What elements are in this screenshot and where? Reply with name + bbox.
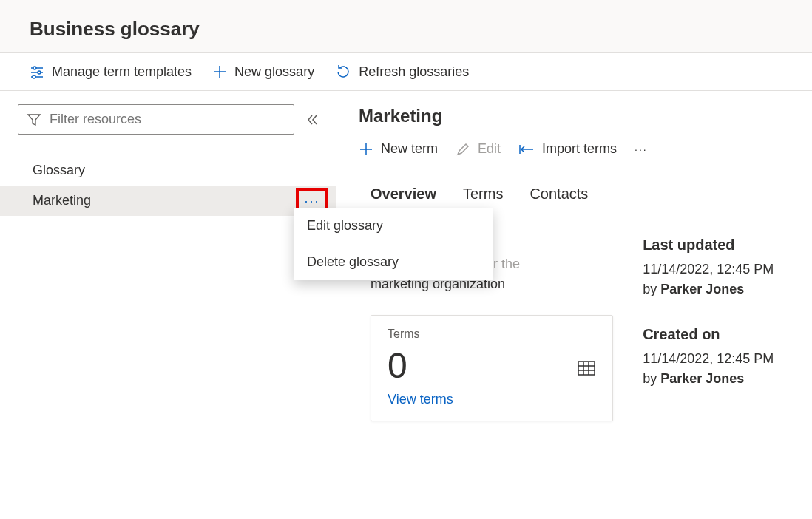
new-glossary-label: New glossary bbox=[234, 64, 314, 80]
pencil-icon bbox=[456, 142, 470, 157]
import-icon bbox=[518, 143, 535, 155]
filter-input-wrapper[interactable] bbox=[18, 104, 294, 135]
sidebar-top bbox=[0, 91, 336, 148]
detail-toolbar: New term Edit Import terms ··· bbox=[336, 129, 812, 169]
sidebar: Glossary Marketing ··· Edit glossary Del… bbox=[0, 91, 336, 518]
last-updated-block: Last updated 11/14/2022, 12:45 PM by Par… bbox=[643, 237, 790, 299]
svg-rect-13 bbox=[578, 362, 595, 375]
page-header: Business glossary bbox=[0, 0, 812, 53]
manage-templates-button[interactable]: Manage term templates bbox=[30, 64, 192, 80]
sliders-icon bbox=[30, 64, 44, 79]
tree-item-glossary[interactable]: Glossary bbox=[0, 155, 336, 186]
top-toolbar: Manage term templates New glossary Refre… bbox=[0, 53, 812, 91]
glossary-tree: Glossary Marketing ··· bbox=[0, 148, 336, 216]
view-terms-link[interactable]: View terms bbox=[388, 392, 596, 407]
new-term-button[interactable]: New term bbox=[359, 141, 438, 157]
tree-item-marketing[interactable]: Marketing ··· bbox=[0, 186, 336, 216]
edit-button: Edit bbox=[456, 141, 501, 157]
refresh-icon bbox=[335, 64, 351, 80]
context-menu: Edit glossary Delete glossary bbox=[294, 208, 493, 280]
new-term-label: New term bbox=[381, 141, 438, 157]
last-updated-value: 11/14/2022, 12:45 PM by Parker Jones bbox=[643, 260, 790, 299]
detail-toolbar-more-button[interactable]: ··· bbox=[635, 143, 648, 155]
last-updated-label: Last updated bbox=[643, 237, 790, 254]
manage-templates-label: Manage term templates bbox=[52, 64, 192, 80]
filter-icon bbox=[27, 113, 41, 126]
terms-card: Terms 0 View terms bbox=[371, 315, 613, 421]
collapse-sidebar-button[interactable] bbox=[306, 114, 318, 126]
page-title: Business glossary bbox=[30, 18, 782, 41]
created-on-label: Created on bbox=[643, 326, 790, 343]
svg-marker-8 bbox=[28, 115, 40, 125]
tree-item-label: Marketing bbox=[33, 193, 91, 208]
filter-resources-input[interactable] bbox=[48, 111, 285, 128]
import-terms-button[interactable]: Import terms bbox=[518, 141, 617, 157]
import-terms-label: Import terms bbox=[542, 141, 617, 157]
svg-point-3 bbox=[38, 71, 41, 74]
detail-pane: Marketing New term Edit bbox=[336, 91, 812, 518]
main-layout: Glossary Marketing ··· Edit glossary Del… bbox=[0, 91, 812, 518]
terms-card-label: Terms bbox=[388, 328, 596, 341]
svg-point-5 bbox=[33, 75, 35, 78]
created-on-block: Created on 11/14/2022, 12:45 PM by Parke… bbox=[643, 326, 790, 389]
refresh-glossaries-button[interactable]: Refresh glossaries bbox=[335, 64, 469, 80]
detail-right-column: Last updated 11/14/2022, 12:45 PM by Par… bbox=[643, 237, 790, 421]
table-icon bbox=[577, 359, 596, 378]
context-menu-edit[interactable]: Edit glossary bbox=[294, 208, 493, 244]
context-menu-delete[interactable]: Delete glossary bbox=[294, 244, 493, 280]
detail-header: Marketing bbox=[336, 91, 812, 129]
plus-icon bbox=[359, 142, 373, 157]
edit-label: Edit bbox=[478, 141, 501, 157]
tab-contacts[interactable]: Contacts bbox=[530, 186, 588, 214]
detail-title: Marketing bbox=[359, 106, 790, 126]
new-glossary-button[interactable]: New glossary bbox=[212, 64, 314, 80]
row-more-button[interactable]: ··· bbox=[304, 194, 319, 208]
plus-icon bbox=[212, 64, 227, 79]
svg-point-1 bbox=[33, 67, 36, 69]
terms-card-count: 0 bbox=[388, 345, 596, 386]
refresh-glossaries-label: Refresh glossaries bbox=[359, 64, 469, 80]
created-on-value: 11/14/2022, 12:45 PM by Parker Jones bbox=[643, 349, 790, 389]
